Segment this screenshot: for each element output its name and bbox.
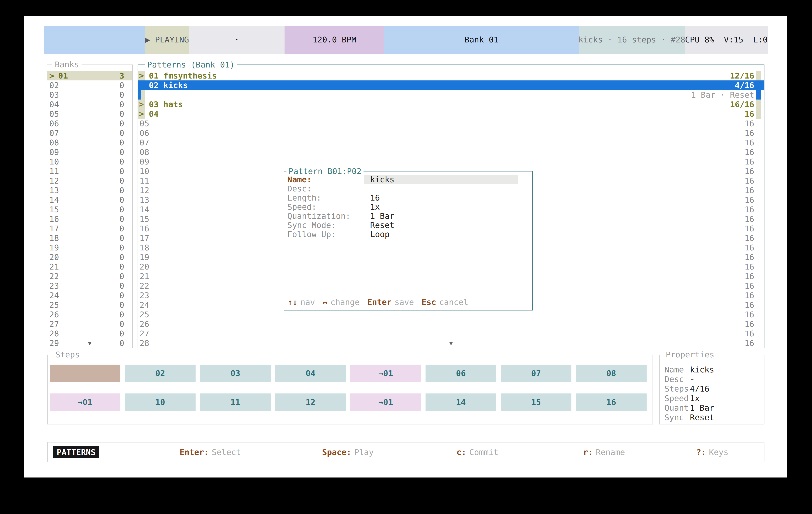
step-cell[interactable]: 10 [125, 393, 196, 411]
patterns-scrollbar[interactable] [756, 281, 761, 291]
patterns-scrollbar[interactable] [756, 109, 761, 119]
bank-row[interactable]: 16 0 [47, 214, 132, 224]
pattern-row[interactable]: 06 16 [138, 128, 764, 138]
pattern-row[interactable]: 02 kicks 4/16 [138, 81, 764, 90]
pattern-row[interactable]: > 04 16 [138, 109, 764, 119]
bank-row[interactable]: 05 0 [47, 109, 132, 119]
bank-row[interactable]: 19 0 [47, 243, 132, 252]
pattern-row[interactable]: 1 Bar · Reset [138, 90, 764, 99]
step-cell[interactable]: →01 [50, 393, 120, 411]
bank-row[interactable]: 20 0 [47, 252, 132, 262]
bank-row[interactable]: 14 0 [47, 195, 132, 205]
modal-field-row[interactable]: Quantization: 1 Bar [284, 211, 532, 220]
bank-row[interactable]: 13 0 [47, 185, 132, 195]
patterns-scrollbar[interactable] [756, 262, 761, 271]
pattern-row[interactable]: > 01 fmsynthesis 12/16 [138, 71, 764, 81]
step-cell[interactable]: 11 [200, 393, 271, 411]
modal-field-row[interactable]: Speed: 1x [284, 202, 532, 211]
field-value[interactable]: 16 [364, 193, 518, 202]
step-cell[interactable]: 08 [576, 365, 646, 382]
patterns-scrollbar[interactable] [756, 224, 761, 233]
bank-row[interactable]: 23 0 [47, 281, 132, 291]
patterns-scrollbar[interactable] [756, 243, 761, 252]
step-cell[interactable]: 02 [125, 365, 196, 382]
patterns-scrollbar[interactable] [756, 195, 761, 205]
patterns-scrollbar[interactable] [756, 176, 761, 185]
modal-field-row[interactable]: Sync Mode: Reset [284, 220, 532, 230]
field-value[interactable]: Reset [364, 220, 518, 230]
pattern-row[interactable]: 05 16 [138, 119, 764, 128]
bank-row[interactable]: 07 0 [47, 128, 132, 138]
patterns-scrollbar[interactable] [756, 167, 761, 176]
patterns-scrollbar[interactable] [756, 99, 761, 109]
bank-row[interactable]: 03 0 [47, 90, 132, 99]
bank-row[interactable]: 02 0 [47, 81, 132, 90]
field-value[interactable]: Loop [364, 230, 518, 239]
bank-row[interactable]: 28 0 [47, 329, 132, 338]
pattern-row[interactable]: > 03 hats 16/16 [138, 99, 764, 109]
pattern-row[interactable]: 27 16 [138, 329, 764, 338]
patterns-scrollbar[interactable] [756, 252, 761, 262]
patterns-scrollbar[interactable] [756, 310, 761, 319]
pattern-row[interactable]: 09 16 [138, 157, 764, 167]
bank-row[interactable]: 04 0 [47, 99, 132, 109]
patterns-scrollbar[interactable] [756, 329, 761, 338]
bank-row[interactable]: 29 ▼ 0 [47, 338, 132, 348]
bank-row[interactable]: 10 0 [47, 157, 132, 167]
pattern-row[interactable]: 25 16 [138, 310, 764, 319]
bank-row[interactable]: 09 0 [47, 147, 132, 157]
field-value[interactable] [364, 184, 518, 193]
patterns-scrollbar[interactable] [756, 300, 761, 310]
bank-row[interactable]: 25 0 [47, 300, 132, 310]
patterns-scrollbar[interactable] [756, 81, 761, 90]
patterns-scrollbar[interactable] [756, 90, 761, 99]
patterns-scrollbar[interactable] [756, 185, 761, 195]
step-cell[interactable]: 15 [501, 393, 572, 411]
pattern-row[interactable]: 08 16 [138, 147, 764, 157]
patterns-scrollbar[interactable] [756, 319, 761, 329]
step-cell[interactable]: →01 [350, 365, 421, 382]
patterns-scrollbar[interactable] [756, 128, 761, 138]
step-cell[interactable]: 14 [426, 393, 496, 411]
step-cell[interactable]: 04 [275, 365, 346, 382]
modal-field-row[interactable]: Name: kicks [284, 175, 532, 184]
pattern-row[interactable]: 26 16 [138, 319, 764, 329]
bank-row[interactable]: 15 0 [47, 205, 132, 214]
patterns-scrollbar[interactable] [756, 214, 761, 224]
step-cell[interactable]: 07 [501, 365, 572, 382]
bank-row[interactable]: 17 0 [47, 224, 132, 233]
bank-row[interactable]: > 01 3 [47, 71, 132, 81]
patterns-scrollbar[interactable] [756, 119, 761, 128]
bank-row[interactable]: 12 0 [47, 176, 132, 185]
field-value[interactable]: 1 Bar [364, 211, 518, 220]
step-cell[interactable]: 12 [275, 393, 346, 411]
patterns-scrollbar[interactable] [756, 338, 761, 348]
field-value[interactable]: 1x [364, 202, 518, 211]
bank-row[interactable]: 06 0 [47, 119, 132, 128]
modal-field-row[interactable]: Follow Up: Loop [284, 230, 532, 239]
patterns-scrollbar[interactable] [756, 205, 761, 214]
bank-row[interactable]: 22 0 [47, 271, 132, 281]
patterns-scrollbar[interactable] [756, 233, 761, 243]
field-value[interactable]: kicks [364, 175, 518, 184]
step-cell[interactable]: 03 [200, 365, 271, 382]
step-cell[interactable] [50, 365, 120, 382]
bank-row[interactable]: 08 0 [47, 138, 132, 147]
patterns-scrollbar[interactable] [756, 147, 761, 157]
patterns-scrollbar[interactable] [756, 271, 761, 281]
bank-row[interactable]: 21 0 [47, 262, 132, 271]
step-cell[interactable]: 16 [576, 393, 646, 411]
bank-row[interactable]: 24 0 [47, 291, 132, 300]
bank-row[interactable]: 18 0 [47, 233, 132, 243]
pattern-row[interactable]: 07 16 [138, 138, 764, 147]
patterns-scrollbar[interactable] [756, 291, 761, 300]
pattern-row[interactable]: 28 ▼ 16 [138, 338, 764, 348]
modal-field-row[interactable]: Length: 16 [284, 193, 532, 202]
bank-row[interactable]: 27 0 [47, 319, 132, 329]
step-cell[interactable]: 06 [426, 365, 496, 382]
patterns-scrollbar[interactable] [756, 157, 761, 167]
bank-row[interactable]: 26 0 [47, 310, 132, 319]
patterns-scrollbar[interactable] [756, 138, 761, 147]
modal-field-row[interactable]: Desc: [284, 184, 532, 193]
step-cell[interactable]: →01 [350, 393, 421, 411]
